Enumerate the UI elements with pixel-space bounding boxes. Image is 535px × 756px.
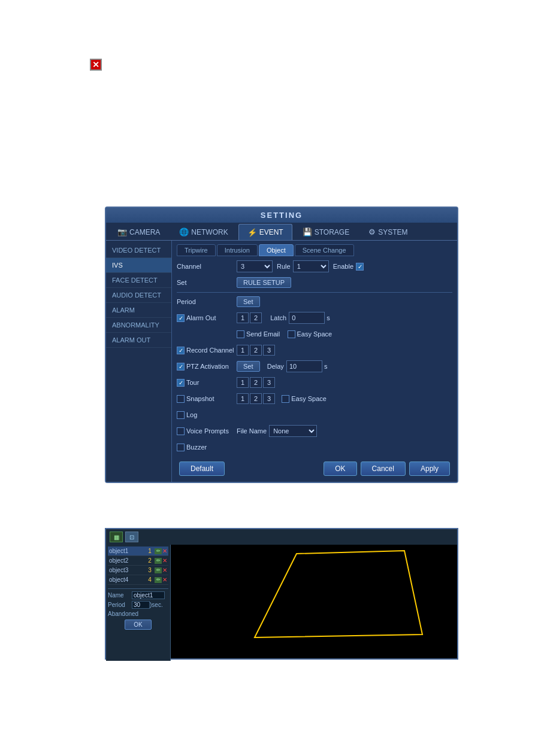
period-prop-input[interactable]	[132, 601, 150, 609]
easy-space-2-checkbox-label[interactable]: Easy Space	[282, 395, 327, 403]
alarm-out-checkbox-label[interactable]: Alarm Out	[177, 314, 237, 322]
period-set-button[interactable]: Set	[237, 296, 260, 307]
rule-select[interactable]: 1	[293, 260, 329, 272]
camera-select-icon[interactable]: ⊡	[125, 532, 138, 542]
close-icon[interactable]: ✕	[90, 59, 102, 71]
easy-space-1-checkbox-label[interactable]: Easy Space	[288, 330, 333, 338]
list-item-object1[interactable]: object1 1 ✏ ✕	[108, 546, 168, 556]
enable-label: Enable	[333, 263, 353, 270]
alarm-num-2[interactable]: 2	[250, 312, 262, 323]
sub-tab-scene-change[interactable]: Scene Change	[295, 244, 354, 256]
list-item-object2[interactable]: object2 2 ✏ ✕	[108, 556, 168, 566]
sidebar-item-face-detect[interactable]: FACE DETECT	[106, 273, 171, 288]
ptz-checkbox-label[interactable]: PTZ Activation	[177, 363, 237, 371]
sidebar-item-audio-detect[interactable]: AUDIO DETECT	[106, 288, 171, 303]
alarm-out-checkbox[interactable]	[177, 314, 185, 322]
sidebar-item-video-detect[interactable]: VIDEO DETECT	[106, 243, 171, 258]
sidebar-item-abnormality[interactable]: ABNORMALITY	[106, 318, 171, 333]
period-prop-row: Period )sec.	[108, 601, 168, 609]
object-list-panel: object1 1 ✏ ✕ object2 2 ✏ ✕ object3 3 ✏ …	[106, 545, 171, 661]
easy-space-1-checkbox[interactable]	[288, 330, 295, 338]
sidebar-item-alarm-out[interactable]: ALARM OUT	[106, 333, 171, 348]
send-email-checkbox[interactable]	[237, 330, 244, 338]
nav-tab-network[interactable]: 🌐 NETWORK	[170, 224, 237, 240]
tour-num-3[interactable]: 3	[263, 377, 275, 388]
ptz-row: PTZ Activation Set Delay s	[177, 360, 452, 373]
file-name-label: File Name	[237, 427, 267, 435]
channel-row: Channel 3 Rule 1 Enable	[177, 260, 452, 273]
snapshot-label: Snapshot	[186, 395, 214, 402]
snapshot-num-3[interactable]: 3	[263, 393, 275, 404]
snapshot-checkbox-label[interactable]: Snapshot	[177, 395, 237, 403]
sub-tab-tripwire[interactable]: Tripwire	[177, 244, 216, 256]
alarm-out-label: Alarm Out	[186, 314, 216, 321]
abandoned-label: Abandoned	[108, 611, 168, 617]
buzzer-checkbox[interactable]	[177, 444, 185, 451]
alarm-num-1[interactable]: 1	[237, 312, 249, 323]
list-item-object4[interactable]: object4 4 ✏ ✕	[108, 575, 168, 585]
voice-prompts-checkbox-label[interactable]: Voice Prompts	[177, 427, 237, 435]
buzzer-row: Buzzer	[177, 441, 452, 454]
nav-tab-event[interactable]: ⚡ EVENT	[238, 224, 292, 240]
enable-checkbox[interactable]	[356, 263, 364, 271]
detection-polygon	[255, 551, 422, 637]
tour-num-2[interactable]: 2	[250, 377, 262, 388]
apply-button[interactable]: Apply	[409, 462, 450, 476]
nav-tab-storage[interactable]: 💾 STORAGE	[294, 224, 358, 240]
name-prop-input[interactable]	[132, 591, 165, 599]
cancel-button[interactable]: Cancel	[361, 462, 406, 476]
rule-label: Rule	[277, 263, 291, 270]
rule-setup-button[interactable]: RULE SETUP	[237, 277, 291, 288]
file-name-select[interactable]: None	[269, 425, 317, 437]
snapshot-num-2[interactable]: 2	[250, 393, 262, 404]
camera-nav-icon: 📷	[117, 227, 127, 236]
ptz-set-button[interactable]: Set	[237, 361, 260, 372]
default-button[interactable]: Default	[179, 462, 225, 476]
latch-input[interactable]	[289, 312, 325, 324]
buzzer-label: Buzzer	[186, 444, 207, 451]
record-num-2[interactable]: 2	[250, 345, 262, 356]
record-num-3[interactable]: 3	[263, 345, 275, 356]
nav-tab-system[interactable]: ⚙ SYSTEM	[359, 224, 416, 240]
ptz-checkbox[interactable]	[177, 363, 185, 371]
easy-space-2-label: Easy Space	[291, 395, 327, 402]
log-checkbox-label[interactable]: Log	[177, 411, 197, 419]
send-email-checkbox-label[interactable]: Send Email	[237, 330, 280, 338]
record-channel-row: Record Channel 1 2 3	[177, 344, 452, 357]
network-nav-icon: 🌐	[179, 227, 189, 236]
tour-checkbox-label[interactable]: Tour	[177, 379, 237, 387]
record-num-1[interactable]: 1	[237, 345, 249, 356]
delete-icon-3[interactable]: ✕	[162, 567, 167, 573]
record-channel-label: Record Channel	[186, 347, 234, 354]
ok-button[interactable]: OK	[324, 462, 356, 476]
camera-dialog: ▦ ⊡ object1 1 ✏ ✕ object2 2 ✏ ✕ object3 …	[105, 528, 458, 660]
polygon-svg	[171, 545, 457, 658]
easy-space-2-checkbox[interactable]	[282, 395, 289, 403]
log-checkbox[interactable]	[177, 411, 185, 419]
tour-label: Tour	[186, 379, 199, 386]
tour-checkbox[interactable]	[177, 379, 185, 387]
set-label: Set	[177, 279, 237, 286]
record-channel-checkbox[interactable]	[177, 347, 185, 354]
snapshot-checkbox[interactable]	[177, 395, 185, 403]
tour-num-1[interactable]: 1	[237, 377, 249, 388]
snapshot-num-1[interactable]: 1	[237, 393, 249, 404]
delete-icon[interactable]: ✕	[162, 548, 167, 554]
camera-draw-icon[interactable]: ▦	[110, 532, 123, 542]
system-nav-icon: ⚙	[368, 227, 376, 236]
nav-tab-camera[interactable]: 📷 CAMERA	[108, 224, 169, 240]
delay-input[interactable]	[286, 360, 322, 372]
sub-tab-intrusion[interactable]: Intrusion	[217, 244, 258, 256]
sidebar-item-alarm[interactable]: ALARM	[106, 303, 171, 318]
voice-prompts-checkbox[interactable]	[177, 427, 185, 435]
record-channel-checkbox-label[interactable]: Record Channel	[177, 347, 237, 354]
bottom-buttons: Default OK Cancel Apply	[177, 457, 452, 478]
delete-icon-2[interactable]: ✕	[162, 557, 167, 564]
sub-tab-object[interactable]: Object	[259, 244, 294, 256]
buzzer-checkbox-label[interactable]: Buzzer	[177, 444, 207, 451]
list-item-object3[interactable]: object3 3 ✏ ✕	[108, 566, 168, 575]
camera-ok-button[interactable]: OK	[125, 620, 151, 630]
channel-select[interactable]: 3	[237, 260, 273, 272]
delete-icon-4[interactable]: ✕	[162, 576, 167, 583]
sidebar-item-ivs[interactable]: IVS	[106, 258, 171, 273]
